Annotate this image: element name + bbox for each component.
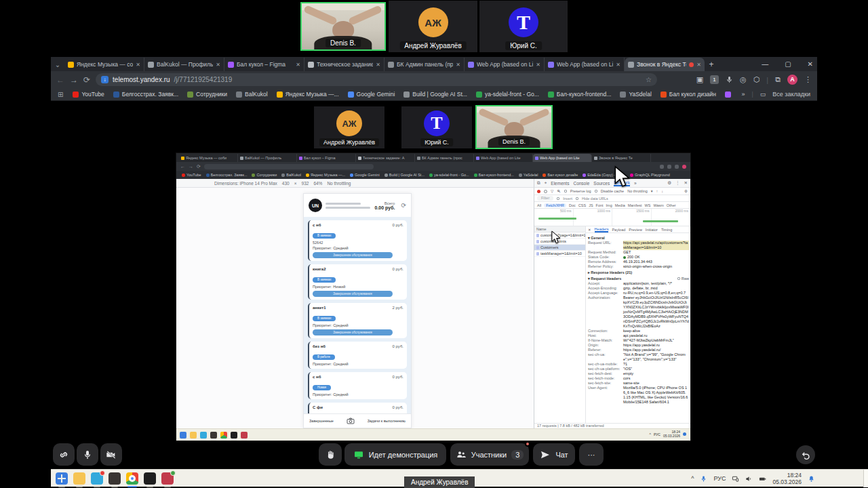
task-action-button[interactable]: Завершение обслуживания: [313, 291, 393, 297]
copy-link-button[interactable]: [53, 443, 75, 466]
type-filter[interactable]: CSS: [578, 203, 586, 207]
browser-tab[interactable]: BalKukol — Профиль ✕: [144, 58, 224, 71]
browser-tab[interactable]: Бал кукол – Figma ✕: [224, 58, 304, 71]
request-row[interactable]: Customers: [534, 245, 585, 251]
devtools-tab[interactable]: Console: [573, 181, 589, 186]
devtools-tabs-overflow[interactable]: »: [634, 181, 637, 186]
browser-tab[interactable]: Техническое задание: А ✕: [304, 58, 384, 71]
tray-mic-icon[interactable]: [700, 475, 707, 483]
clear-icon[interactable]: [544, 190, 547, 193]
network-icon[interactable]: [732, 475, 739, 483]
inspect-icon[interactable]: ⌖: [545, 180, 547, 186]
disable-cache-checkbox[interactable]: [595, 190, 597, 192]
general-section-title[interactable]: ▾ General: [588, 236, 689, 241]
filter-toggle-icon[interactable]: ▽: [551, 189, 553, 193]
volume-icon[interactable]: [745, 475, 753, 483]
devtools-tab[interactable]: Sources: [593, 181, 610, 186]
video-tile-denis[interactable]: Denis B.: [300, 2, 386, 51]
clock[interactable]: 18:24 05.03.2026: [772, 472, 802, 485]
apps-grid-icon[interactable]: ⊞: [58, 91, 64, 98]
close-pane-icon[interactable]: ✕: [588, 228, 591, 232]
bookmarks-overflow-icon[interactable]: »: [741, 91, 745, 98]
taskbar-app-icon[interactable]: [144, 472, 156, 485]
task-action-button[interactable]: Завершение обслуживания: [313, 252, 393, 258]
device-toggle-icon[interactable]: ⧉: [537, 180, 540, 186]
task-card[interactable]: без нб 0 руб. В работе Приоритет: Средни…: [308, 342, 407, 369]
payload-tab[interactable]: Payload: [612, 228, 625, 232]
bookmark-item[interactable]: ya-sdelal-front - Go...: [476, 91, 539, 98]
disable-cache-label[interactable]: Disable cache: [601, 189, 625, 193]
device-zoom[interactable]: 64%: [313, 181, 322, 186]
initiator-tab[interactable]: Initiator: [646, 228, 658, 232]
browser-menu-icon[interactable]: ⋮: [804, 75, 812, 84]
taskbar-app-icon[interactable]: [56, 472, 68, 485]
stage-tile-andrey[interactable]: АЖ Андрей Журавлёв: [314, 106, 384, 148]
request-row[interactable]: taskManager=1&limit=10: [534, 251, 585, 257]
timing-tab[interactable]: Timing: [661, 228, 672, 232]
devtools-tab[interactable]: Elements: [551, 181, 569, 186]
reload-icon[interactable]: ⟳: [83, 75, 90, 85]
taskbar-app-icon[interactable]: [161, 472, 174, 485]
show-desktop-strip[interactable]: [863, 470, 868, 487]
devtools-menu-icon[interactable]: ⋮: [675, 180, 680, 186]
bookmark-item[interactable]: Бал кукол дизайн: [660, 91, 716, 98]
record-icon[interactable]: [537, 190, 540, 193]
throttle-dropdown[interactable]: No throttling: [627, 189, 648, 193]
task-card[interactable]: с нб 0 руб. Новая Приоритет: Средний: [308, 372, 407, 399]
footer-tab-tasks[interactable]: Задачи к выполнению: [368, 419, 406, 423]
cast-icon[interactable]: ⧉: [775, 75, 781, 84]
extensions-puzzle-icon[interactable]: ⬡: [753, 75, 760, 84]
preserve-log-checkbox[interactable]: [564, 190, 567, 192]
microphone-button[interactable]: [77, 443, 98, 466]
participants-button[interactable]: Участники 3: [450, 443, 529, 466]
site-security-icon[interactable]: ↓: [101, 76, 108, 83]
bookmark-item[interactable]: Сотрудники: [187, 91, 227, 98]
preview-tab[interactable]: Preview: [629, 228, 642, 232]
viewport-height[interactable]: 932: [302, 181, 309, 186]
bookmark-item[interactable]: Build | Google AI St...: [403, 91, 467, 98]
side-panel-icon[interactable]: ▣: [696, 75, 703, 84]
hide-data-urls-label[interactable]: Hide data URLs: [582, 197, 608, 201]
taskbar-app-icon[interactable]: [108, 472, 121, 485]
device-throttle[interactable]: No throttling: [327, 181, 351, 186]
close-button[interactable]: ✕: [808, 60, 813, 68]
forward-icon[interactable]: →: [70, 75, 78, 85]
task-card[interactable]: анкет1 2 руб. В заявках Приоритет: Средн…: [308, 303, 407, 338]
chat-button[interactable]: Чат: [533, 443, 575, 466]
type-filter[interactable]: Img: [606, 203, 612, 207]
type-filter[interactable]: All: [537, 203, 541, 207]
task-card[interactable]: книга2 0 руб. В заявках Приоритет: Низки…: [308, 264, 407, 300]
camera-off-button[interactable]: [100, 443, 122, 466]
invert-label[interactable]: Invert: [563, 197, 572, 201]
refresh-icon[interactable]: ⟳: [401, 202, 406, 209]
camera-icon[interactable]: [347, 417, 355, 425]
browser-tab[interactable]: Звонок в Яндекс Те ✕: [625, 58, 705, 71]
media-extension-icon[interactable]: ◎: [740, 75, 747, 84]
profile-avatar[interactable]: A: [787, 75, 797, 85]
taskbar-app-icon[interactable]: [91, 472, 103, 485]
all-bookmarks-label[interactable]: Все закладки: [772, 91, 810, 98]
preserve-log-label[interactable]: Preserve log: [570, 189, 591, 193]
type-filter[interactable]: WS: [645, 203, 651, 207]
collapse-view-button[interactable]: [796, 445, 815, 464]
tab-close-icon[interactable]: ✕: [696, 62, 701, 68]
bookmark-item[interactable]: YaSdelal: [620, 91, 651, 98]
task-card[interactable]: с нб 0 руб. В заявках 52642 Приоритет: С…: [308, 220, 407, 261]
more-options-button[interactable]: ···: [579, 443, 604, 466]
response-headers-title[interactable]: ▸ Response Headers (21): [588, 270, 689, 275]
type-filter[interactable]: Other: [667, 203, 676, 207]
network-settings-icon[interactable]: ⚙: [684, 189, 688, 193]
devtools-close-icon[interactable]: ✕: [684, 180, 688, 186]
tab-close-icon[interactable]: ✕: [136, 62, 140, 68]
type-filter[interactable]: Doc: [569, 203, 576, 207]
tab-close-icon[interactable]: ✕: [456, 62, 460, 68]
filter-input[interactable]: Filter: [537, 196, 553, 201]
bookmark-star-icon[interactable]: ☆: [646, 76, 652, 83]
maximize-button[interactable]: ▢: [785, 60, 791, 68]
language-indicator[interactable]: РУС: [713, 475, 726, 482]
taskbar-app-icon[interactable]: [73, 472, 85, 485]
raise-hand-button[interactable]: [319, 443, 342, 466]
taskbar-app-icon[interactable]: [126, 472, 138, 485]
tab-close-icon[interactable]: ✕: [376, 62, 380, 68]
stage-tile-yuri[interactable]: T Юрий С.: [401, 106, 472, 148]
